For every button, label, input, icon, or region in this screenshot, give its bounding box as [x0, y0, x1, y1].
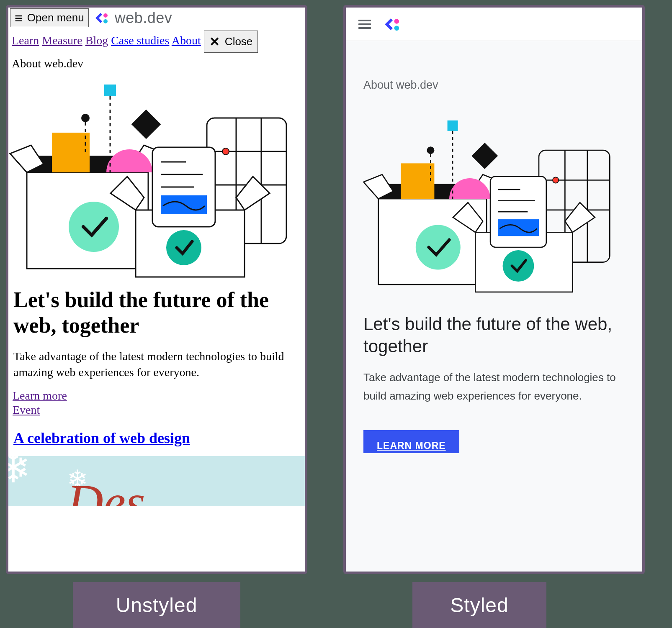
unstyled-links: Learn more Event [8, 387, 305, 420]
unstyled-pane: ≡ Open menu web.dev Learn Measure Blog C… [6, 5, 307, 574]
styled-tagline: Take advantage of the latest modern tech… [363, 368, 625, 405]
hero-illustration [8, 72, 305, 281]
event-banner-image: ❄ ❄ Des [8, 456, 305, 506]
svg-point-27 [166, 230, 201, 265]
svg-marker-19 [236, 177, 270, 210]
logo-mark-icon [383, 15, 403, 33]
nav-measure[interactable]: Measure [42, 34, 82, 47]
open-menu-label: Open menu [27, 11, 84, 24]
svg-rect-44 [471, 143, 498, 169]
event-title-link[interactable]: A celebration of web design [13, 430, 190, 446]
svg-point-1 [103, 19, 108, 23]
nav-about[interactable]: About [172, 34, 201, 47]
close-button[interactable]: ✕ Close [204, 31, 258, 53]
banner-script-text: Des [67, 474, 145, 506]
brand-name: web.dev [115, 9, 173, 27]
event-link[interactable]: Event [13, 403, 301, 417]
unstyled-header: ≡ Open menu web.dev [8, 8, 305, 28]
close-label: Close [225, 35, 252, 48]
learn-more-link[interactable]: Learn more [13, 389, 301, 402]
hamburger-icon: ≡ [15, 13, 23, 23]
svg-point-28 [394, 19, 399, 24]
svg-point-0 [103, 13, 108, 18]
nav-learn[interactable]: Learn [12, 34, 39, 47]
unstyled-nav: Learn Measure Blog Case studies About ✕ … [8, 28, 305, 55]
svg-point-54 [416, 225, 461, 269]
styled-header [346, 8, 642, 41]
menu-button[interactable] [358, 18, 371, 31]
brand-logo: web.dev [94, 9, 173, 27]
nav-blog[interactable]: Blog [85, 34, 108, 47]
close-icon: ✕ [209, 34, 220, 49]
svg-point-29 [394, 26, 399, 31]
open-menu-button[interactable]: ≡ Open menu [10, 8, 89, 27]
svg-rect-11 [52, 133, 90, 172]
hero-illustration [363, 104, 625, 301]
styled-headline: Let's build the future of the web, toget… [363, 313, 625, 357]
svg-marker-47 [565, 202, 595, 232]
styled-pane: About web.dev [343, 5, 645, 574]
svg-rect-12 [104, 85, 116, 96]
unstyled-headline: Let's build the future of the web, toget… [8, 281, 305, 342]
svg-rect-16 [131, 110, 161, 139]
svg-rect-40 [448, 120, 458, 131]
svg-point-55 [503, 250, 534, 282]
caption-unstyled: Unstyled [73, 582, 240, 628]
styled-eyebrow: About web.dev [363, 79, 625, 92]
svg-point-14 [81, 114, 90, 122]
styled-body: About web.dev [346, 41, 642, 572]
svg-point-42 [427, 146, 435, 154]
nav-case-studies[interactable]: Case studies [111, 34, 169, 47]
svg-rect-39 [401, 163, 434, 199]
learn-more-button[interactable]: LEARN MORE [363, 430, 459, 453]
logo-mark-icon [94, 10, 111, 26]
svg-point-53 [553, 177, 559, 183]
caption-styled: Styled [412, 582, 546, 628]
snowflake-icon: ❄ [8, 456, 31, 492]
svg-point-26 [69, 202, 119, 252]
unstyled-eyebrow: About web.dev [8, 55, 305, 72]
unstyled-tagline: Take advantage of the latest modern tech… [8, 342, 305, 387]
svg-point-25 [222, 148, 229, 155]
